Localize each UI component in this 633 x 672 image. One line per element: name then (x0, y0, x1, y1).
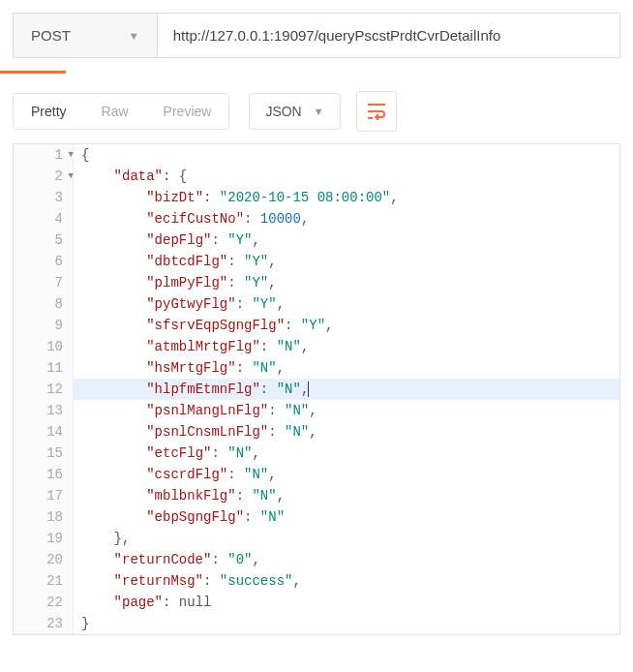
line-number: 22 (14, 592, 74, 613)
url-input[interactable] (158, 13, 620, 58)
line-number: 9 (14, 315, 74, 336)
wrap-icon (367, 103, 386, 120)
line-number: 13 (14, 400, 74, 421)
response-body[interactable]: 1▼{ 2▼ "data": { 3 "bizDt": "2020-10-15 … (13, 143, 620, 635)
wrap-lines-button[interactable] (356, 91, 397, 132)
line-number: 12 (14, 379, 74, 400)
fold-icon[interactable]: ▼ (69, 144, 74, 166)
line-number: 7 (14, 272, 74, 293)
line-number: 19 (14, 528, 74, 549)
request-bar: POST ▼ (0, 0, 633, 71)
tab-raw[interactable]: Raw (84, 94, 146, 129)
line-number: 1▼ (14, 144, 74, 166)
tab-preview[interactable]: Preview (146, 94, 229, 129)
line-number: 8 (14, 293, 74, 315)
chevron-down-icon: ▼ (314, 106, 324, 117)
http-method-value: POST (31, 27, 71, 44)
line-number: 2▼ (14, 166, 74, 187)
line-number: 21 (14, 570, 74, 592)
response-toolbar: Pretty Raw Preview JSON ▼ (0, 74, 633, 143)
format-select[interactable]: JSON ▼ (249, 93, 340, 130)
view-mode-tabs: Pretty Raw Preview (13, 93, 229, 130)
line-number: 14 (14, 421, 74, 443)
line-number: 20 (14, 549, 74, 570)
chevron-down-icon: ▼ (129, 30, 139, 42)
line-number: 6 (14, 251, 74, 272)
fold-icon[interactable]: ▼ (69, 166, 74, 187)
line-number: 3 (14, 187, 74, 208)
tab-indicator (0, 71, 633, 74)
line-number: 18 (14, 506, 74, 528)
tab-pretty[interactable]: Pretty (14, 94, 84, 129)
line-number: 10 (14, 336, 74, 357)
line-number: 11 (14, 357, 74, 379)
line-number: 23 (14, 613, 74, 634)
line-number: 15 (14, 443, 74, 464)
format-value: JSON (265, 104, 301, 119)
line-number: 17 (14, 485, 74, 506)
line-number: 4 (14, 208, 74, 229)
line-number: 16 (14, 464, 74, 485)
http-method-select[interactable]: POST ▼ (13, 13, 158, 58)
line-number: 5 (14, 229, 74, 251)
